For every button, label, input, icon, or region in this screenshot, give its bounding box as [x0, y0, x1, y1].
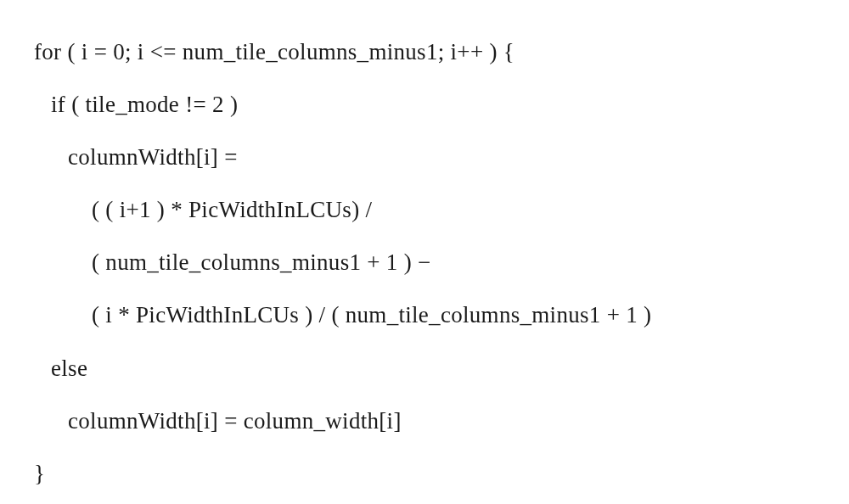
- code-line: columnWidth[i] = column_width[i]: [34, 395, 815, 447]
- pseudocode-block: for ( i = 0; i <= num_tile_columns_minus…: [34, 25, 815, 500]
- code-line: if ( tile_mode != 2 ): [34, 78, 815, 131]
- code-line: }: [34, 447, 815, 500]
- code-line: columnWidth[i] =: [34, 131, 815, 183]
- code-line: else: [34, 342, 815, 395]
- code-line: ( num_tile_columns_minus1 + 1 ) −: [34, 236, 815, 288]
- code-line: ( i * PicWidthInLCUs ) / ( num_tile_colu…: [34, 288, 815, 341]
- code-line: ( ( i+1 ) * PicWidthInLCUs) /: [34, 183, 815, 236]
- code-line: for ( i = 0; i <= num_tile_columns_minus…: [34, 25, 815, 78]
